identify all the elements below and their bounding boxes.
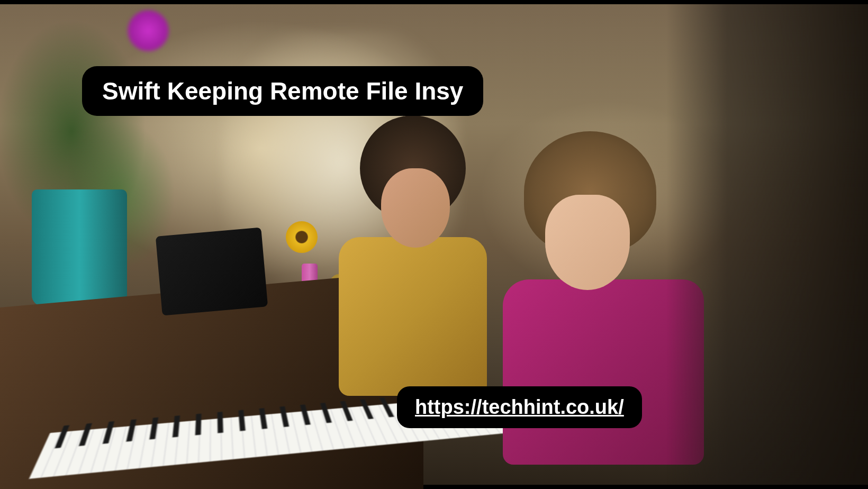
url-overlay-box: https://techhint.co.uk/ (397, 386, 642, 428)
title-overlay-box: Swift Keeping Remote File Insy (82, 66, 483, 116)
adult-figure (328, 115, 487, 354)
adult-torso (339, 237, 487, 396)
url-text[interactable]: https://techhint.co.uk/ (415, 396, 624, 419)
image-container: Swift Keeping Remote File Insy https://t… (0, 0, 868, 489)
title-text: Swift Keeping Remote File Insy (102, 77, 463, 105)
sunflower-decor (286, 221, 318, 253)
child-face (545, 195, 630, 290)
adult-face (381, 168, 450, 248)
tablet-device (156, 228, 268, 316)
teal-planter (32, 189, 127, 306)
magenta-flowers (127, 10, 169, 52)
right-shadow-area (667, 4, 868, 485)
